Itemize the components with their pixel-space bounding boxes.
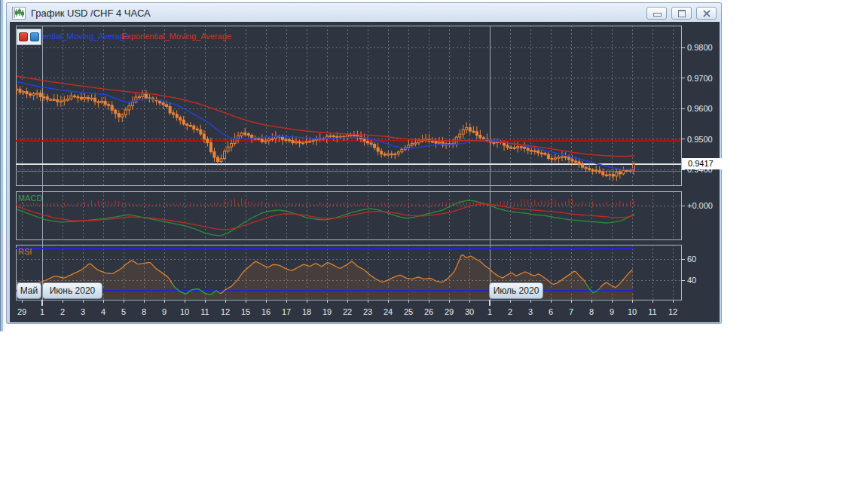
titlebar[interactable]: График USD /CHF 4 ЧАСА	[8, 4, 720, 22]
svg-text:22: 22	[343, 307, 352, 316]
chart-window: График USD /CHF 4 ЧАСА 0.98000.97000.960…	[6, 2, 722, 324]
svg-text:30: 30	[465, 307, 474, 316]
svg-text:23: 23	[363, 307, 372, 316]
svg-text:RSI: RSI	[18, 247, 32, 256]
svg-text:10: 10	[180, 307, 189, 316]
svg-text:MACD: MACD	[18, 194, 42, 203]
svg-text:0.9600: 0.9600	[687, 104, 713, 113]
window-title: График USD /CHF 4 ЧАСА	[31, 8, 151, 19]
svg-text:40: 40	[687, 276, 696, 285]
svg-text:3: 3	[81, 307, 85, 316]
svg-text:11: 11	[648, 307, 656, 316]
svg-text:1: 1	[487, 307, 492, 316]
svg-text:17: 17	[282, 307, 291, 316]
svg-text:1: 1	[40, 307, 44, 316]
svg-text:25: 25	[404, 307, 413, 316]
svg-text:7: 7	[569, 307, 573, 316]
svg-text:16: 16	[261, 307, 270, 316]
svg-text:+0.000: +0.000	[687, 201, 713, 210]
current-price-tag: 0.9417	[682, 158, 722, 169]
legend-ema-slow-label: Exponential_Moving_Average	[121, 32, 231, 41]
desktop: График USD /CHF 4 ЧАСА 0.98000.97000.960…	[0, 0, 868, 488]
svg-text:0.9700: 0.9700	[687, 74, 713, 83]
left-edge-strip	[0, 0, 5, 331]
svg-text:12: 12	[668, 307, 677, 316]
svg-text:0.9800: 0.9800	[687, 43, 713, 52]
svg-text:29: 29	[17, 307, 26, 316]
maximize-button[interactable]	[671, 7, 692, 20]
svg-text:11: 11	[200, 307, 209, 316]
month-button-july[interactable]: Июль 2020	[489, 282, 543, 299]
svg-text:15: 15	[241, 307, 250, 316]
window-controls	[646, 7, 717, 20]
month-button-june[interactable]: Июнь 2020	[42, 282, 102, 299]
svg-text:18: 18	[302, 307, 311, 316]
svg-text:26: 26	[424, 307, 433, 316]
candlestick-chart-icon	[12, 7, 26, 20]
svg-text:60: 60	[687, 255, 696, 264]
svg-text:3: 3	[528, 307, 533, 316]
svg-text:12: 12	[221, 307, 230, 316]
svg-text:2: 2	[508, 307, 512, 316]
indicator-toggle-panel	[17, 29, 41, 45]
svg-text:9: 9	[610, 307, 614, 316]
svg-text:8: 8	[142, 307, 146, 316]
svg-text:4: 4	[101, 307, 105, 316]
close-button[interactable]	[696, 7, 717, 20]
svg-text:9: 9	[162, 307, 167, 316]
svg-text:19: 19	[322, 307, 332, 316]
svg-text:6: 6	[549, 307, 553, 316]
indicator-toggle-red-button[interactable]	[19, 32, 28, 41]
svg-text:29: 29	[445, 307, 454, 316]
month-button-may[interactable]: Май	[17, 282, 41, 299]
minimize-button[interactable]	[646, 7, 667, 20]
svg-text:24: 24	[384, 307, 393, 316]
chart-client-area: 0.98000.97000.96000.95000.9400+0.0006040…	[10, 22, 720, 322]
svg-text:0.9500: 0.9500	[687, 135, 713, 144]
indicator-toggle-blue-button[interactable]	[30, 32, 39, 41]
svg-text:2: 2	[60, 307, 65, 316]
svg-text:5: 5	[121, 307, 126, 316]
svg-text:8: 8	[589, 307, 594, 316]
svg-text:10: 10	[628, 307, 637, 316]
price-chart-canvas: 0.98000.97000.96000.95000.9400+0.0006040…	[10, 22, 720, 322]
